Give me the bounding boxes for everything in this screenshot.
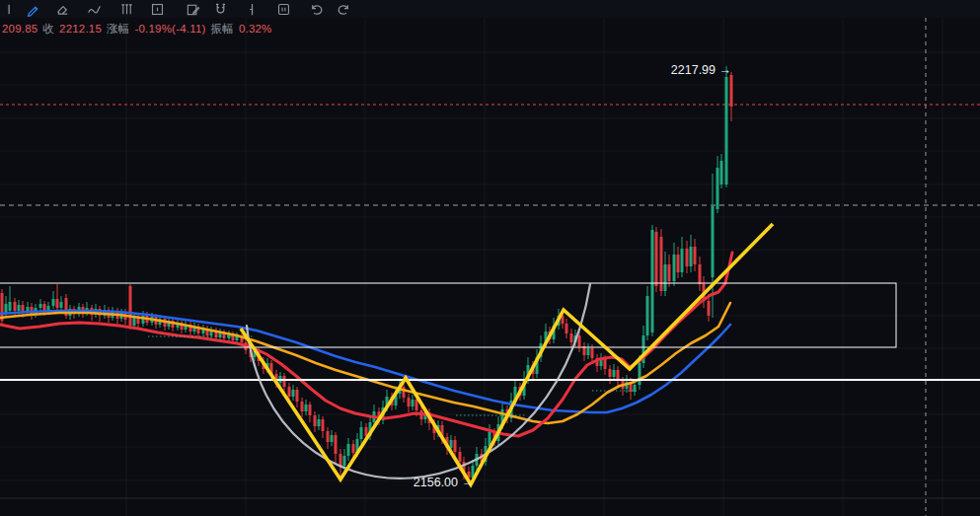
vline-icon: [245, 2, 260, 17]
brush-tool[interactable]: [22, 0, 43, 18]
bars-icon: [119, 2, 134, 17]
text-note-tool[interactable]: [146, 0, 168, 18]
zigzag-trend-drawing[interactable]: [241, 224, 773, 484]
eraser-icon: [55, 2, 70, 17]
redo-tool[interactable]: [333, 0, 354, 18]
hide-drawings-tool[interactable]: [272, 0, 294, 18]
edit-drawing-tool[interactable]: [182, 0, 203, 18]
ohlc-info-bar: 209.85收2212.15涨幅-0.19%(-4.11)振幅0.32%: [2, 22, 277, 37]
info-value: 2212.15: [59, 23, 102, 35]
magnet-icon: [213, 2, 228, 17]
freedraw-tool[interactable]: [83, 0, 105, 18]
redo-icon: [337, 2, 351, 17]
high-price-label[interactable]: 2217.99 →: [671, 63, 731, 77]
drawing-toolbar: [0, 0, 980, 18]
undo-tool[interactable]: [305, 0, 327, 18]
boxdot-icon: [150, 2, 165, 17]
info-label: 涨幅: [107, 23, 129, 35]
info-label: 收: [42, 23, 54, 35]
pattern-bars-tool[interactable]: [115, 0, 137, 18]
eraser-tool[interactable]: [51, 0, 73, 18]
freedraw-icon: [87, 2, 102, 17]
pausebox-icon: [276, 2, 291, 17]
info-label: 振幅: [211, 23, 234, 35]
magnet-tool[interactable]: [209, 0, 231, 18]
vertical-line-tool[interactable]: [241, 0, 263, 18]
info-value: -0.19%(-4.11): [134, 23, 205, 35]
candlestick-chart[interactable]: 2217.99 →2156.00 →: [0, 0, 980, 516]
partial-icon: [0, 2, 11, 17]
info-value: 0.32%: [239, 23, 272, 35]
low-price-label[interactable]: 2156.00 →: [414, 476, 474, 489]
info-value: 209.85: [2, 23, 38, 35]
brush-icon: [26, 2, 40, 17]
editbox-icon: [186, 2, 200, 17]
candles-series: [1, 66, 733, 483]
partial-tool[interactable]: [0, 0, 14, 18]
undo-icon: [309, 2, 324, 17]
